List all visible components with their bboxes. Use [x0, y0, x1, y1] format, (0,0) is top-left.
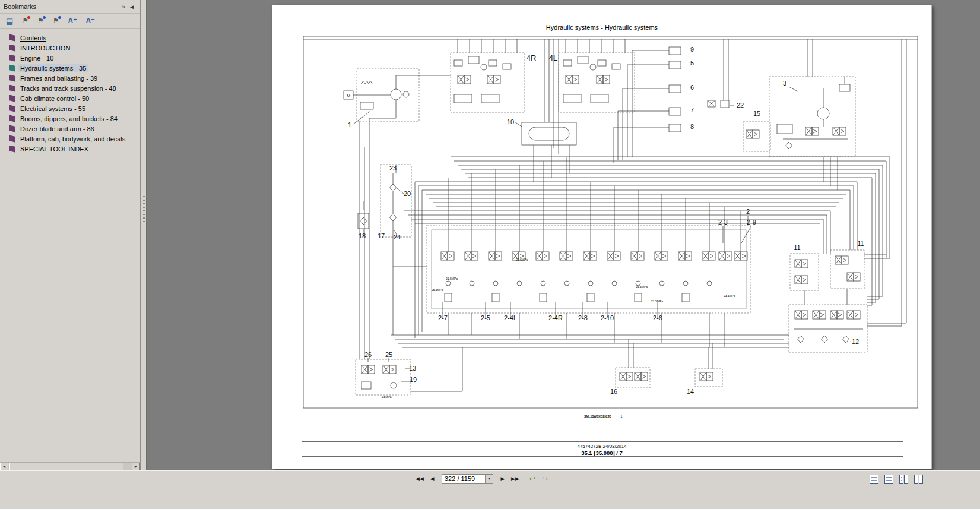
- decrease-text-size-icon[interactable]: A⁻: [86, 17, 95, 24]
- diagram-text: 4R: [527, 53, 537, 62]
- page-dropdown-icon[interactable]: ▼: [485, 475, 493, 483]
- bookmark-label: Platform, cab, bodywork, and decals -: [18, 135, 131, 143]
- diagram-text: 7: [690, 106, 694, 113]
- bookmark-item[interactable]: Electrical systems - 55: [2, 103, 140, 113]
- bookmark-label: Electrical systems - 55: [18, 105, 87, 113]
- diagram-text: 25.5MPa: [432, 288, 443, 292]
- bookmark-item[interactable]: Booms, dippers, and buckets - 84: [2, 113, 140, 124]
- bookmark-icon: [9, 115, 15, 122]
- diagram-text: 19: [410, 376, 417, 383]
- footer-section-number: 35.1 [35.000] / 7: [272, 450, 931, 456]
- previous-page-icon[interactable]: ◀: [427, 473, 437, 484]
- bookmark-item[interactable]: Engine - 10: [2, 53, 140, 63]
- red-badge-icon: [27, 16, 30, 19]
- scroll-right-icon[interactable]: ►: [132, 463, 140, 470]
- continuous-view-icon[interactable]: [884, 475, 893, 484]
- diagram-text: 2-8: [578, 314, 588, 321]
- new-bookmark-icon[interactable]: ⚑: [22, 17, 28, 24]
- next-page-icon[interactable]: ▶: [497, 473, 508, 484]
- page-glyph: [870, 475, 878, 484]
- bookmarks-horizontal-scrollbar[interactable]: ◄ ►: [0, 462, 140, 470]
- page-glyph: [904, 475, 908, 484]
- diagram-text: 11: [857, 240, 864, 247]
- bookmark-icon: [9, 34, 15, 42]
- increase-text-size-icon[interactable]: A⁺: [68, 17, 77, 24]
- bookmark-label: Hydraulic systems - 35: [18, 64, 88, 72]
- bookmark-item[interactable]: Tracks and track suspension - 48: [2, 83, 140, 93]
- locate-bookmark-icon[interactable]: ⚑: [53, 17, 59, 24]
- page-number-input[interactable]: [442, 475, 485, 483]
- page-navigation: ◀◀ ◀ ▼ ▶ ▶▶ ↩ ↪: [414, 473, 550, 484]
- page-footer: 47574272B 24/03/2014 35.1 [35.000] / 7: [272, 444, 931, 456]
- splitter-grip: [143, 196, 145, 225]
- document-viewer[interactable]: Hydraulic systems - Hydraulic systems: [147, 0, 980, 470]
- diagram-text: 9: [690, 46, 694, 53]
- last-page-icon[interactable]: ▶▶: [510, 473, 521, 484]
- bookmark-label: INTRODUCTION: [18, 44, 72, 52]
- bottom-toolbar: ◀◀ ◀ ▼ ▶ ▶▶ ↩ ↪: [0, 470, 980, 509]
- diagram-text: 2-6: [653, 314, 662, 321]
- two-page-continuous-view-icon[interactable]: [914, 475, 923, 484]
- bookmarks-panel-header: Bookmarks » ◄: [0, 0, 140, 13]
- footer-doc-number: 47574272B 24/03/2014: [272, 444, 931, 449]
- page-glyph: [899, 475, 903, 484]
- bookmark-label: SPECIAL TOOL INDEX: [18, 145, 90, 153]
- scrollbar-thumb[interactable]: [9, 463, 123, 470]
- bookmark-icon: [9, 125, 15, 132]
- diagram-text: 4L: [549, 53, 557, 62]
- page-glyph: [884, 475, 893, 484]
- diagram-text: 2-4R: [548, 314, 563, 321]
- bookmark-item[interactable]: Hydraulic systems - 35: [2, 63, 140, 73]
- bookmark-icon: [9, 45, 15, 52]
- diagram-text: 24: [394, 233, 401, 241]
- bookmark-icon: [9, 75, 15, 82]
- previous-view-icon[interactable]: ↩: [527, 473, 538, 484]
- scroll-left-icon[interactable]: ◄: [0, 463, 8, 470]
- diagram-text: 8: [690, 123, 694, 130]
- bookmark-item[interactable]: Frames and ballasting - 39: [2, 73, 140, 83]
- bookmark-icon: [9, 135, 15, 143]
- diagram-text: 2-5: [481, 314, 490, 321]
- diagram-text: 5: [690, 59, 694, 67]
- bookmarks-panel: Bookmarks » ◄ ▤ ⚑ ⚑ ⚑ A⁺ A⁻ ContentsINTR…: [0, 0, 141, 470]
- diagram-text: 10: [507, 118, 514, 125]
- diagram-text: SML13WSXB292JB: [584, 415, 611, 418]
- bookmarks-panel-title: Bookmarks: [4, 3, 36, 10]
- hydraulic-schematic: 14R4L956783221510232018172422-32-911112-…: [272, 5, 933, 470]
- diagram-text: 23.5MPa: [724, 294, 735, 298]
- bookmark-icon: [9, 105, 15, 112]
- bookmark-item[interactable]: Dozer blade and arm - 86: [2, 124, 140, 134]
- scrollbar-track[interactable]: [8, 463, 132, 470]
- bookmark-item[interactable]: INTRODUCTION: [2, 43, 140, 53]
- diagram-text: 18: [359, 232, 366, 239]
- diagram-text: 16: [610, 388, 617, 395]
- dock-panel-icon[interactable]: »: [120, 4, 128, 10]
- bookmark-item[interactable]: Contents: [2, 33, 140, 43]
- diagram-text: 21.5MPa: [446, 277, 458, 280]
- diagram-text: 1: [621, 415, 623, 418]
- page-number-box: ▼: [442, 474, 493, 484]
- panel-menu-icon[interactable]: ▤: [6, 17, 13, 25]
- diagram-text: 20.6MPa: [516, 258, 528, 261]
- diagram-text: 25.5MPa: [636, 285, 648, 289]
- diagram-text: 6: [690, 84, 694, 91]
- pdf-page: Hydraulic systems - Hydraulic systems: [272, 5, 932, 469]
- diagram-text: 17: [378, 232, 385, 239]
- edit-bookmark-icon[interactable]: ⚑: [37, 17, 44, 24]
- collapse-panel-icon[interactable]: ◄: [127, 4, 137, 10]
- single-page-view-icon[interactable]: [870, 475, 878, 484]
- bookmark-item[interactable]: SPECIAL TOOL INDEX: [2, 144, 140, 154]
- bookmark-item[interactable]: Platform, cab, bodywork, and decals -: [2, 134, 140, 144]
- bookmark-label: Tracks and track suspension - 48: [18, 84, 118, 93]
- view-mode-controls: [870, 475, 923, 484]
- diagram-text: 2-10: [601, 314, 614, 321]
- bookmark-item[interactable]: Cab climate control - 50: [2, 93, 140, 103]
- two-page-view-icon[interactable]: [899, 475, 908, 484]
- panel-splitter[interactable]: [141, 0, 147, 470]
- bookmark-icon: [9, 65, 15, 72]
- page-glyph: [919, 475, 923, 484]
- diagram-text: 2: [746, 208, 750, 215]
- next-view-icon[interactable]: ↪: [540, 473, 550, 484]
- first-page-icon[interactable]: ◀◀: [414, 473, 425, 484]
- blue-badge-icon: [58, 16, 61, 19]
